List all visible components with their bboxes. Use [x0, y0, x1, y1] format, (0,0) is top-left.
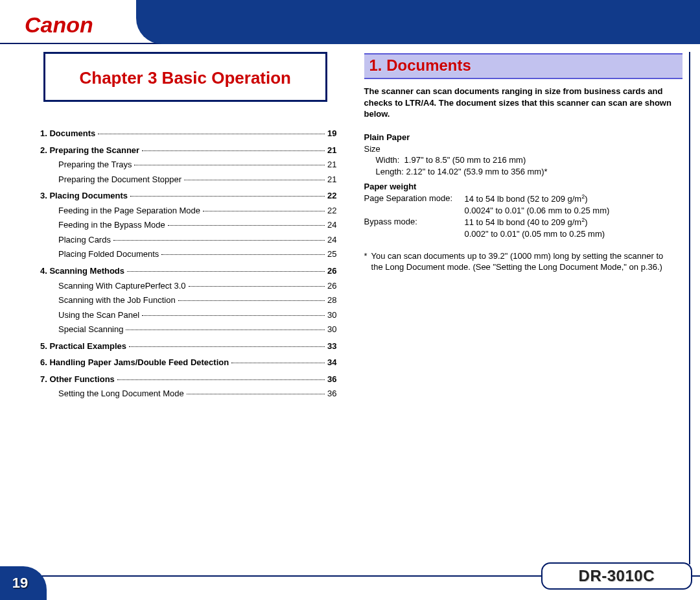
- footer-bar: 19 DR-3010C: [0, 566, 700, 600]
- left-column: Chapter 3 Basic Operation 1. Documents19…: [26, 52, 345, 564]
- toc-subitem[interactable]: Scanning with the Job Function28: [40, 294, 337, 306]
- toc-page: 22: [327, 190, 336, 202]
- toc-subitem[interactable]: Using the Scan Panel30: [40, 309, 337, 321]
- toc-label: Preparing the Trays: [40, 159, 132, 171]
- toc-page: 30: [327, 324, 336, 335]
- toc-label: Preparing the Document Stopper: [40, 174, 181, 186]
- chapter-title: Chapter 3 Basic Operation: [57, 67, 314, 90]
- toc-page: 21: [327, 174, 336, 186]
- toc-page: 36: [327, 374, 336, 385]
- toc-page: 33: [327, 341, 336, 352]
- toc-label: Scanning with the Job Function: [40, 294, 176, 306]
- toc-page: 26: [327, 265, 336, 277]
- intro-text: The scanner can scan documents ranging i…: [364, 86, 683, 120]
- paper-weight-head: Paper weight: [364, 181, 677, 193]
- toc-subitem[interactable]: Placing Folded Documents25: [40, 248, 337, 260]
- toc-subitem[interactable]: Placing Cards24: [40, 234, 337, 246]
- toc-item[interactable]: 5. Practical Examples33: [40, 341, 337, 352]
- toc-subitem[interactable]: Scanning With CapturePerfect 3.026: [40, 280, 337, 292]
- toc-label: Placing Cards: [40, 234, 111, 246]
- toc-page: 21: [327, 145, 336, 156]
- toc-item[interactable]: 4. Scanning Methods26: [40, 265, 337, 277]
- right-column: 1. Documents The scanner can scan docume…: [364, 52, 683, 564]
- toc-page: 22: [327, 205, 336, 217]
- spec-block: Plain Paper Size Width: 1.97" to 8.5" (5…: [364, 132, 683, 240]
- svg-text:Canon: Canon: [25, 14, 93, 36]
- psm-row2: 0.0024" to 0.01" (0.06 mm to 0.25 mm): [364, 205, 677, 217]
- model-text: DR-3010C: [579, 567, 655, 584]
- brand-logo: Canon: [25, 14, 122, 36]
- psm-row: Page Separation mode: 14 to 54 lb bond (…: [364, 193, 677, 205]
- toc-label: Placing Folded Documents: [40, 248, 159, 260]
- bypass-row: Bypass mode: 11 to 54 lb bond (40 to 209…: [364, 216, 677, 228]
- page-number-tab: 19: [0, 566, 47, 600]
- toc-label: 4. Scanning Methods: [40, 265, 124, 277]
- toc-page: 19: [327, 128, 336, 139]
- toc-label: 5. Practical Examples: [40, 341, 126, 352]
- toc-page: 34: [327, 357, 336, 368]
- toc-page: 28: [327, 294, 336, 306]
- toc-page: 21: [327, 159, 336, 171]
- toc-label: Using the Scan Panel: [40, 309, 139, 321]
- toc-label: 3. Placing Documents: [40, 190, 128, 202]
- toc-label: 7. Other Functions: [40, 374, 115, 385]
- toc-label: Setting the Long Document Mode: [40, 388, 184, 400]
- table-of-contents: 1. Documents192. Preparing the Scanner21…: [26, 128, 345, 400]
- toc-label: Feeding in the Page Separation Mode: [40, 205, 200, 217]
- header-bar: Canon: [0, 0, 700, 44]
- toc-page: 24: [327, 234, 336, 246]
- chapter-title-box: Chapter 3 Basic Operation: [43, 52, 327, 102]
- toc-subitem[interactable]: Feeding in the Bypass Mode24: [40, 219, 337, 231]
- toc-subitem[interactable]: Special Scanning30: [40, 324, 337, 335]
- section-title-bar: 1. Documents: [364, 53, 683, 79]
- toc-label: 2. Preparing the Scanner: [40, 145, 139, 156]
- plain-paper-head: Plain Paper: [364, 132, 677, 143]
- toc-subitem[interactable]: Preparing the Trays21: [40, 159, 337, 171]
- toc-subitem[interactable]: Preparing the Document Stopper21: [40, 174, 337, 186]
- footnote: * You can scan documents up to 39.2" (10…: [364, 250, 683, 273]
- toc-label: Scanning With CapturePerfect 3.0: [40, 280, 186, 292]
- toc-label: 6. Handling Paper Jams/Double Feed Detec…: [40, 357, 229, 368]
- length-line: Length: 2.12" to 14.02" (53.9 mm to 356 …: [364, 166, 677, 178]
- page-number: 19: [12, 575, 28, 592]
- toc-item[interactable]: 6. Handling Paper Jams/Double Feed Detec…: [40, 357, 337, 368]
- toc-label: 1. Documents: [40, 128, 95, 139]
- toc-page: 25: [327, 248, 336, 260]
- toc-item[interactable]: 7. Other Functions36: [40, 374, 337, 385]
- bypass-row2: 0.002" to 0.01" (0.05 mm to 0.25 mm): [364, 228, 677, 240]
- width-line: Width: 1.97" to 8.5" (50 mm to 216 mm): [364, 154, 677, 166]
- toc-subitem[interactable]: Setting the Long Document Mode36: [40, 388, 337, 400]
- toc-page: 26: [327, 280, 336, 292]
- toc-item[interactable]: 2. Preparing the Scanner21: [40, 145, 337, 156]
- toc-label: Feeding in the Bypass Mode: [40, 219, 165, 231]
- toc-page: 30: [327, 309, 336, 321]
- toc-subitem[interactable]: Feeding in the Page Separation Mode22: [40, 205, 337, 217]
- toc-page: 24: [327, 219, 336, 231]
- model-badge: DR-3010C: [541, 562, 692, 590]
- toc-item[interactable]: 3. Placing Documents22: [40, 190, 337, 202]
- toc-label: Special Scanning: [40, 324, 123, 335]
- toc-page: 36: [327, 388, 336, 400]
- size-label: Size: [364, 143, 677, 155]
- section-title: 1. Documents: [369, 55, 678, 76]
- toc-item[interactable]: 1. Documents19: [40, 128, 337, 139]
